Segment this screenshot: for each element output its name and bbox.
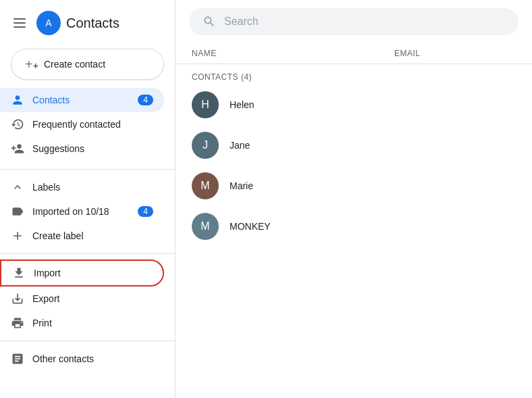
- avatar: J: [192, 132, 219, 159]
- chevron-up-icon: [11, 180, 24, 194]
- divider-2: [0, 253, 175, 254]
- column-email-header: Email: [394, 49, 421, 58]
- plus-icon: +: [25, 57, 38, 71]
- sidebar-item-contacts[interactable]: Contacts 4: [0, 88, 164, 112]
- frequently-contacted-label: Frequently contacted: [32, 119, 121, 130]
- table-row[interactable]: J Jane: [176, 125, 532, 166]
- create-contact-button[interactable]: + Create contact: [11, 49, 164, 80]
- import-icon: [12, 266, 26, 280]
- column-name-header: Name: [192, 49, 394, 58]
- sidebar-item-create-label[interactable]: Create label: [0, 224, 164, 248]
- sidebar-item-other-contacts[interactable]: Other contacts: [0, 347, 164, 371]
- person-icon: [11, 93, 24, 107]
- sidebar-item-import[interactable]: Import: [0, 259, 164, 287]
- table-row[interactable]: H Helen: [176, 84, 532, 125]
- contact-name: Jane: [230, 140, 250, 151]
- sidebar-item-frequently-contacted[interactable]: Frequently contacted: [0, 112, 164, 136]
- sidebar-item-export[interactable]: Export: [0, 287, 164, 311]
- contacts-section-label: CONTACTS (4): [176, 64, 532, 84]
- sidebar-item-suggestions[interactable]: Suggestions: [0, 136, 164, 161]
- print-label: Print: [32, 318, 52, 328]
- import-label: Import: [34, 268, 61, 278]
- sidebar-header: A Contacts: [0, 5, 175, 43]
- avatar: M: [192, 172, 219, 199]
- print-icon: [11, 316, 24, 330]
- app-title: Contacts: [66, 16, 119, 31]
- create-label-label: Create label: [32, 230, 84, 241]
- hamburger-menu-button[interactable]: [11, 16, 28, 30]
- imported-label: Imported on 10/18: [32, 206, 109, 217]
- divider-3: [0, 341, 175, 341]
- contacts-list: H Helen J Jane M Marie M MONKEY: [176, 84, 532, 247]
- export-icon: [11, 292, 24, 305]
- app-title-area: A Contacts: [36, 11, 119, 35]
- other-contacts-icon: [11, 352, 24, 366]
- person-add-icon: [11, 142, 24, 155]
- contact-name: Marie: [230, 180, 253, 191]
- contacts-label: Contacts: [32, 95, 70, 105]
- export-label: Export: [32, 293, 59, 304]
- main-content: Name Email CONTACTS (4) H Helen J Jane M…: [176, 0, 532, 398]
- table-header: Name Email: [176, 43, 532, 64]
- labels-header-label: Labels: [32, 182, 60, 193]
- sidebar: A Contacts + Create contact Contacts 4 F…: [0, 0, 176, 398]
- table-row[interactable]: M Marie: [176, 166, 532, 206]
- avatar: A: [36, 11, 61, 35]
- table-row[interactable]: M MONKEY: [176, 206, 532, 247]
- divider-1: [0, 169, 175, 170]
- avatar: H: [192, 91, 219, 118]
- label-icon: [11, 205, 24, 218]
- search-input[interactable]: [224, 16, 505, 28]
- contact-name: MONKEY: [230, 221, 271, 232]
- search-bar: [176, 0, 532, 43]
- contacts-badge: 4: [138, 95, 153, 105]
- contact-name: Helen: [230, 99, 255, 110]
- search-inner: [189, 8, 518, 35]
- add-icon: [11, 229, 24, 243]
- create-contact-label: Create contact: [44, 59, 105, 70]
- other-contacts-label: Other contacts: [32, 353, 94, 364]
- nav-section: Contacts 4 Frequently contacted Suggesti…: [0, 85, 175, 164]
- sidebar-item-print[interactable]: Print: [0, 311, 164, 335]
- search-icon: [203, 15, 216, 28]
- imported-badge: 4: [138, 206, 153, 217]
- labels-section-header[interactable]: Labels: [0, 175, 175, 199]
- history-icon: [11, 118, 24, 131]
- avatar: M: [192, 213, 219, 240]
- suggestions-label: Suggestions: [32, 143, 84, 154]
- sidebar-item-imported[interactable]: Imported on 10/18 4: [0, 199, 164, 224]
